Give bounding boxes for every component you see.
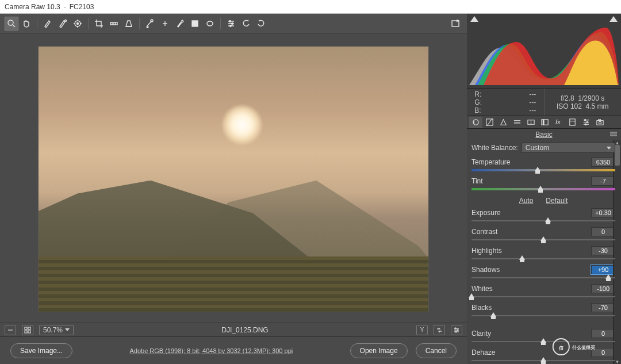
svg-point-25 [230, 25, 232, 26]
shadows-slider[interactable] [471, 275, 615, 281]
tab-hsl[interactable] [511, 117, 524, 128]
blacks-slider[interactable] [471, 313, 615, 319]
dehaze-value[interactable]: 0 [591, 348, 615, 357]
svg-point-23 [229, 20, 231, 22]
before-after-y-icon[interactable]: Y [416, 325, 428, 335]
panel-title: Basic [467, 129, 621, 140]
highlights-slider[interactable] [471, 256, 615, 262]
svg-point-24 [232, 22, 233, 24]
preferences-tool[interactable] [224, 17, 238, 30]
before-after-swap-icon[interactable] [434, 325, 445, 335]
rotate-ccw-tool[interactable] [239, 17, 253, 30]
tab-snapshots[interactable] [593, 117, 607, 128]
rgb-readout: R:--- G:--- B:--- [467, 89, 544, 116]
svg-rect-45 [542, 120, 548, 125]
tab-tone-curve[interactable] [483, 117, 496, 128]
white-balance-select[interactable]: Custom [522, 143, 615, 153]
preview-image[interactable] [38, 46, 429, 312]
zoom-tool[interactable] [5, 17, 18, 30]
hand-tool[interactable] [20, 17, 33, 30]
svg-rect-28 [25, 327, 27, 329]
cancel-button[interactable]: Cancel [416, 343, 457, 358]
red-eye-tool[interactable] [158, 17, 172, 30]
filmstrip-toggle-icon[interactable] [5, 325, 16, 335]
histogram[interactable] [467, 14, 621, 89]
save-image-button[interactable]: Save Image... [10, 343, 72, 358]
graduated-filter-tool[interactable] [188, 17, 202, 30]
highlights-label: Highlights [471, 247, 502, 255]
workflow-options-link[interactable]: Adobe RGB (1998); 8 bit; 4048 by 3032 (1… [80, 347, 342, 354]
white-balance-label: White Balance: [471, 144, 518, 152]
panel-menu-icon[interactable] [610, 131, 618, 137]
auto-link[interactable]: Auto [519, 197, 534, 205]
crop-tool[interactable] [92, 17, 106, 30]
zoom-level-select[interactable]: 50.7% [39, 325, 74, 335]
title-bar: Camera Raw 10.3 - FC2103 [0, 0, 621, 14]
scroll-up-icon[interactable]: ▲ [615, 140, 620, 145]
title-separator: - [60, 3, 70, 11]
rotate-cw-tool[interactable] [254, 17, 268, 30]
blacks-value[interactable]: -70 [591, 303, 615, 312]
view-settings-icon[interactable] [451, 325, 462, 335]
contrast-value[interactable]: 0 [591, 227, 615, 236]
scroll-thumb[interactable] [615, 145, 620, 166]
tab-lens[interactable] [538, 117, 551, 128]
temperature-value[interactable]: 6350 [591, 158, 615, 167]
tint-slider[interactable] [471, 186, 615, 192]
image-info-bar: 50.7% DJI_0125.DNG Y [0, 323, 467, 336]
camera-exif: f/2.8 1/2900 s ISO 102 4.5 mm [545, 89, 622, 116]
svg-rect-56 [597, 121, 603, 125]
highlights-value[interactable]: -30 [591, 246, 615, 255]
transform-tool[interactable] [122, 17, 136, 30]
adjustment-brush-tool[interactable] [173, 17, 187, 30]
svg-point-57 [599, 121, 601, 124]
color-sampler-tool[interactable] [56, 17, 70, 30]
scroll-down-icon[interactable]: ▼ [615, 359, 620, 364]
whites-slider[interactable] [471, 294, 615, 300]
svg-rect-17 [192, 21, 198, 26]
dehaze-slider[interactable] [471, 358, 615, 363]
svg-point-55 [585, 124, 586, 125]
svg-point-2 [65, 20, 67, 21]
exposure-value[interactable]: +0.30 [591, 208, 615, 217]
svg-rect-30 [25, 331, 27, 333]
tab-effects[interactable]: fx [552, 117, 565, 128]
fullscreen-toggle[interactable] [448, 17, 462, 30]
tab-basic[interactable] [469, 117, 482, 128]
spot-removal-tool[interactable] [143, 17, 157, 30]
tab-detail[interactable] [497, 117, 510, 128]
radial-filter-tool[interactable] [203, 17, 217, 30]
exposure-slider[interactable] [471, 218, 615, 224]
panel-scrollbar[interactable]: ▲ ▼ [613, 140, 621, 364]
svg-point-53 [584, 120, 585, 121]
image-filename: DJI_0125.DNG [79, 326, 411, 334]
clarity-value[interactable]: 0 [591, 329, 615, 338]
blacks-label: Blacks [471, 304, 492, 312]
target-adjustment-tool[interactable] [71, 17, 85, 30]
open-image-button[interactable]: Open Image [350, 343, 408, 358]
exposure-label: Exposure [471, 209, 501, 217]
svg-point-54 [586, 121, 588, 122]
default-link[interactable]: Default [546, 197, 568, 205]
svg-point-38 [473, 120, 478, 125]
tint-value[interactable]: -7 [591, 177, 615, 186]
temperature-slider[interactable] [471, 167, 615, 173]
tab-presets[interactable] [580, 117, 593, 128]
shadows-label: Shadows [471, 266, 500, 274]
preview-area[interactable] [0, 33, 467, 323]
svg-point-4 [77, 22, 79, 24]
filmstrip-grid-icon[interactable] [22, 325, 33, 335]
exif-readout: R:--- G:--- B:--- f/2.8 1/2900 s ISO 102… [467, 89, 621, 116]
white-balance-tool[interactable] [41, 17, 55, 30]
contrast-slider[interactable] [471, 237, 615, 243]
clarity-slider[interactable] [471, 339, 615, 344]
shadows-value[interactable]: +90 [591, 265, 615, 274]
whites-value[interactable]: -100 [591, 284, 615, 293]
tab-split-toning[interactable] [524, 117, 538, 128]
document-title: FC2103 [70, 3, 94, 11]
straighten-tool[interactable] [107, 17, 121, 30]
clarity-label: Clarity [471, 329, 491, 338]
svg-rect-46 [543, 120, 545, 125]
svg-rect-26 [452, 21, 459, 26]
tab-calibration[interactable] [566, 117, 579, 128]
